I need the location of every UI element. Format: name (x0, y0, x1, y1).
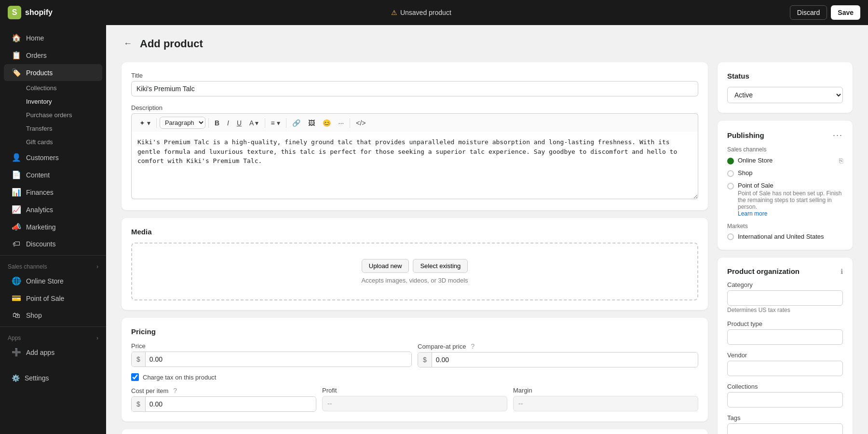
status-select[interactable]: Active Draft (727, 87, 843, 103)
underline-button[interactable]: U (234, 117, 244, 129)
shopify-logo-text: shopify (25, 8, 53, 17)
media-drop-zone[interactable]: Upload new Select existing Accepts image… (131, 243, 698, 300)
content-icon: 📄 (12, 170, 21, 179)
tags-input[interactable] (727, 423, 843, 434)
topbar-left: S shopify (8, 6, 53, 19)
status-title: Status (727, 72, 843, 80)
charge-tax-label[interactable]: Charge tax on this product (143, 374, 216, 381)
status-select-wrap: Active Draft (727, 87, 843, 103)
charge-tax-checkbox[interactable] (131, 373, 139, 381)
sidebar-item-collections[interactable]: Collections (4, 81, 102, 95)
sidebar-item-customers[interactable]: 👤 Customers (4, 149, 102, 166)
page-header: ← Add product (122, 37, 853, 51)
online-store-label: Online Store (26, 277, 64, 285)
sidebar-item-inventory[interactable]: Inventory (4, 95, 102, 108)
sidebar-item-products[interactable]: 🏷️ Products (4, 64, 102, 81)
text-color-button[interactable]: A ▾ (246, 117, 261, 129)
profit-field: Profit -- (322, 387, 507, 412)
sidebar-item-point-of-sale[interactable]: 💳 Point of Sale (4, 290, 102, 307)
category-field: Category Determines US tax rates (727, 281, 843, 313)
link-button[interactable]: 🔗 (289, 117, 303, 129)
finances-icon: 📊 (12, 188, 21, 197)
category-input[interactable] (727, 290, 843, 306)
expand-icon[interactable]: › (96, 263, 98, 270)
topbar: S shopify ⚠ Unsaved product Discard Save (0, 0, 868, 25)
sidebar-item-shop[interactable]: 🛍 Shop (4, 307, 102, 324)
italic-button[interactable]: I (224, 117, 232, 129)
sidebar-item-add-apps[interactable]: ➕ Add apps (4, 344, 102, 361)
collections-input[interactable] (727, 392, 843, 407)
transfers-label: Transfers (26, 125, 52, 132)
channel-info-shop: Shop (738, 169, 752, 176)
copy-icon-online-store[interactable]: ⎘ (839, 157, 843, 164)
cost-grid: Cost per item ? $ Profit -- (131, 387, 698, 412)
margin-label: Margin (513, 387, 698, 394)
vendor-input[interactable] (727, 361, 843, 376)
title-input[interactable] (131, 81, 698, 96)
cost-label: Cost per item ? (131, 387, 316, 394)
sidebar-item-content[interactable]: 📄 Content (4, 166, 102, 183)
bold-button[interactable]: B (212, 117, 222, 129)
toolbar-divider-5 (350, 118, 350, 128)
sidebar-item-products-label: Products (26, 69, 53, 77)
layout: 🏠 Home 📋 Orders 🏷️ Products Collections … (0, 25, 868, 434)
pricing-title: Pricing (131, 327, 698, 336)
sidebar-item-marketing[interactable]: 📣 Marketing (4, 218, 102, 235)
magic-btn[interactable]: ✦ ▾ (136, 117, 153, 129)
discard-button[interactable]: Discard (790, 5, 827, 20)
sidebar-divider (0, 255, 106, 256)
price-prefix: $ (132, 352, 146, 366)
pricing-card: Pricing Price $ Compare-at price (122, 318, 708, 421)
apps-header: Apps › (0, 330, 106, 343)
customers-icon: 👤 (12, 153, 21, 162)
sidebar-item-orders[interactable]: 📋 Orders (4, 47, 102, 64)
paragraph-select[interactable]: Paragraph (160, 117, 205, 129)
compare-help-icon[interactable]: ? (471, 342, 475, 350)
emoji-button[interactable]: 😊 (320, 117, 334, 129)
cost-help-icon[interactable]: ? (173, 387, 177, 394)
sidebar-item-analytics[interactable]: 📈 Analytics (4, 201, 102, 218)
select-existing-button[interactable]: Select existing (413, 259, 468, 273)
channel-dot-online-store (727, 158, 734, 164)
learn-more-link[interactable]: Learn more (738, 210, 767, 217)
publishing-more-button[interactable]: ··· (833, 130, 843, 140)
save-button[interactable]: Save (831, 5, 860, 20)
shopify-logo-icon: S (8, 6, 21, 19)
align-button[interactable]: ≡ ▾ (268, 117, 283, 129)
sidebar-item-home-label: Home (26, 34, 44, 42)
sidebar-item-transfers[interactable]: Transfers (4, 122, 102, 135)
upload-new-button[interactable]: Upload new (362, 259, 409, 273)
more-button[interactable]: ··· (336, 117, 347, 129)
online-store-icon: 🌐 (12, 276, 21, 285)
collections-label: Collections (26, 84, 57, 92)
apps-expand-icon[interactable]: › (96, 335, 98, 341)
product-type-input[interactable] (727, 329, 843, 345)
inventory-card: Inventory (122, 429, 708, 434)
sidebar-item-purchase-orders[interactable]: Purchase orders (4, 108, 102, 122)
sidebar-item-home[interactable]: 🏠 Home (4, 29, 102, 46)
add-apps-label: Add apps (26, 349, 54, 356)
tags-field: Tags (727, 414, 843, 434)
sidebar-item-gift-cards[interactable]: Gift cards (4, 136, 102, 149)
topbar-unsaved-notice: ⚠ Unsaved product (391, 9, 451, 16)
compare-price-input[interactable] (432, 353, 698, 367)
description-textarea[interactable]: Kiki's Premium Talc is a high-quality, f… (131, 132, 698, 199)
publishing-title: Publishing (727, 131, 764, 139)
gift-cards-label: Gift cards (26, 138, 53, 146)
code-button[interactable]: </> (353, 117, 368, 129)
sidebar-item-online-store[interactable]: 🌐 Online Store (4, 272, 102, 289)
profit-label: Profit (322, 387, 507, 394)
back-button[interactable]: ← (122, 37, 134, 51)
image-button[interactable]: 🖼 (305, 117, 318, 129)
cost-prefix: $ (132, 397, 146, 411)
price-input[interactable] (146, 352, 411, 366)
shop-icon: 🛍 (12, 311, 21, 320)
product-org-header: Product organization ℹ (727, 267, 843, 275)
cost-input[interactable] (146, 397, 316, 411)
publishing-card: Publishing ··· Sales channels Online Sto… (718, 121, 853, 250)
sidebar-item-finances[interactable]: 📊 Finances (4, 184, 102, 201)
sidebar-item-marketing-label: Marketing (26, 223, 55, 231)
toolbar-divider (156, 118, 157, 128)
sidebar-item-discounts[interactable]: 🏷 Discounts (4, 236, 102, 252)
sidebar-item-settings[interactable]: ⚙️ Settings (4, 370, 102, 386)
